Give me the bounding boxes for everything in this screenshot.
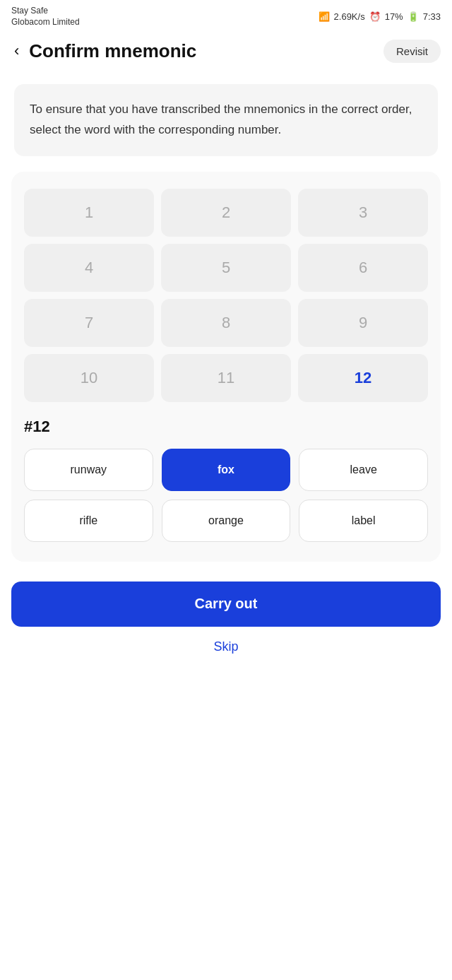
number-cell-5[interactable]: 5 <box>161 244 291 292</box>
number-cell-11[interactable]: 11 <box>161 354 291 402</box>
carrier-name2: Globacom Limited <box>11 17 80 28</box>
word-option-orange[interactable]: orange <box>162 500 291 542</box>
back-button[interactable]: ‹ <box>11 39 22 63</box>
status-bar: Stay Safe Globacom Limited 📶 2.69K/s ⏰ 1… <box>0 0 452 30</box>
number-cell-7[interactable]: 7 <box>24 299 154 347</box>
skip-button[interactable]: Skip <box>213 639 238 654</box>
word-option-fox[interactable]: fox <box>162 449 291 491</box>
header: ‹ Confirm mnemonic Revisit <box>0 30 452 71</box>
header-left: ‹ Confirm mnemonic <box>11 39 196 63</box>
number-cell-9[interactable]: 9 <box>298 299 428 347</box>
word-options: runwayfoxleaverifleorangelabel <box>24 449 428 542</box>
alarm-icon: ⏰ <box>369 11 381 22</box>
word-option-leave[interactable]: leave <box>299 449 428 491</box>
number-cell-1[interactable]: 1 <box>24 189 154 237</box>
network-icon: 📶 <box>319 11 330 22</box>
page-title: Confirm mnemonic <box>29 40 196 62</box>
instruction-card: To ensure that you have transcribed the … <box>14 84 438 156</box>
battery-percent: 17% <box>385 11 403 22</box>
carrier-info: Stay Safe Globacom Limited <box>11 6 80 28</box>
main-card: 123456789101112 #12 runwayfoxleaverifleo… <box>11 172 441 562</box>
number-cell-4[interactable]: 4 <box>24 244 154 292</box>
revisit-button[interactable]: Revisit <box>383 40 441 63</box>
speed-indicator: 2.69K/s <box>334 11 365 22</box>
word-option-runway[interactable]: runway <box>24 449 153 491</box>
word-option-rifle[interactable]: rifle <box>24 500 153 542</box>
selected-number-label: #12 <box>24 418 428 436</box>
number-grid: 123456789101112 <box>24 189 428 402</box>
instruction-text: To ensure that you have transcribed the … <box>30 102 412 136</box>
word-option-label[interactable]: label <box>299 500 428 542</box>
number-cell-12[interactable]: 12 <box>298 354 428 402</box>
number-cell-2[interactable]: 2 <box>161 189 291 237</box>
number-cell-3[interactable]: 3 <box>298 189 428 237</box>
carry-out-button[interactable]: Carry out <box>11 581 441 627</box>
carrier-name: Stay Safe <box>11 6 80 17</box>
number-cell-10[interactable]: 10 <box>24 354 154 402</box>
number-cell-8[interactable]: 8 <box>161 299 291 347</box>
time-display: 7:33 <box>423 11 441 22</box>
battery-icon: 🔋 <box>408 11 419 22</box>
number-cell-6[interactable]: 6 <box>298 244 428 292</box>
status-right: 📶 2.69K/s ⏰ 17% 🔋 7:33 <box>319 11 441 22</box>
